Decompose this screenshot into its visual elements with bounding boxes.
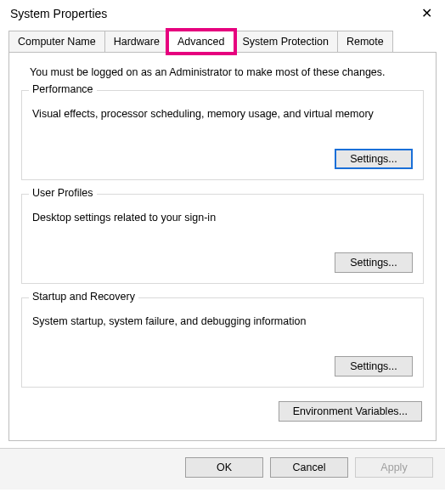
environment-variables-button[interactable]: Environment Variables...	[279, 401, 422, 422]
dialog-body: Computer Name Hardware Advanced System P…	[0, 25, 445, 441]
group-startup-legend: Startup and Recovery	[29, 291, 138, 303]
group-performance-desc: Visual effects, processor scheduling, me…	[32, 108, 413, 120]
performance-settings-button[interactable]: Settings...	[335, 149, 413, 169]
ok-button[interactable]: OK	[185, 457, 263, 478]
tab-panel-advanced: You must be logged on as an Administrato…	[8, 52, 437, 441]
close-icon[interactable]: ✕	[418, 7, 435, 20]
tabstrip: Computer Name Hardware Advanced System P…	[8, 31, 437, 53]
tab-remote[interactable]: Remote	[337, 31, 393, 53]
titlebar: System Properties ✕	[0, 0, 445, 25]
tab-system-protection[interactable]: System Protection	[234, 31, 338, 53]
user-profiles-settings-button[interactable]: Settings...	[335, 252, 413, 273]
tab-advanced[interactable]: Advanced	[168, 31, 234, 53]
startup-settings-button[interactable]: Settings...	[335, 356, 413, 377]
group-user-profiles: User Profiles Desktop settings related t…	[21, 194, 424, 284]
intro-text: You must be logged on as an Administrato…	[30, 66, 424, 78]
apply-button: Apply	[355, 457, 433, 478]
group-startup-recovery: Startup and Recovery System startup, sys…	[21, 297, 424, 388]
tab-hardware[interactable]: Hardware	[104, 31, 169, 53]
tab-advanced-label: Advanced	[177, 36, 225, 48]
group-performance: Performance Visual effects, processor sc…	[21, 90, 424, 180]
cancel-button[interactable]: Cancel	[270, 457, 348, 478]
group-user-profiles-legend: User Profiles	[29, 187, 97, 199]
dialog-footer: OK Cancel Apply	[0, 449, 445, 490]
group-startup-desc: System startup, system failure, and debu…	[32, 315, 413, 327]
tab-computer-name[interactable]: Computer Name	[8, 31, 105, 53]
group-performance-legend: Performance	[29, 83, 97, 95]
window-title: System Properties	[10, 7, 107, 20]
group-user-profiles-desc: Desktop settings related to your sign-in	[32, 212, 413, 224]
